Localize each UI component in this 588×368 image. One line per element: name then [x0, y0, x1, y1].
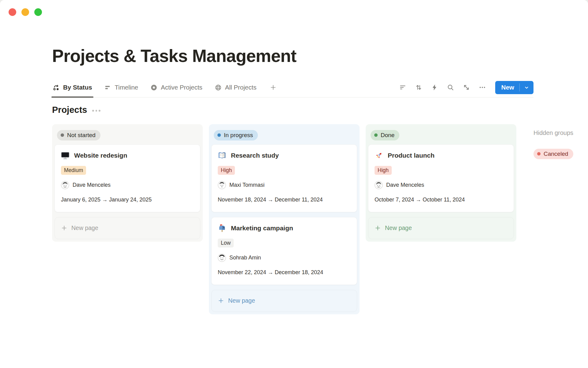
- tab-label: Timeline: [115, 84, 138, 91]
- new-button[interactable]: New: [495, 81, 533, 94]
- status-label: Canceled: [544, 151, 568, 157]
- new-page-label: New page: [385, 224, 412, 232]
- filter-button[interactable]: [397, 82, 409, 93]
- date-range: November 22, 2024 → December 18, 2024: [218, 268, 346, 277]
- status-pill-not-started[interactable]: Not started: [57, 130, 100, 140]
- chevron-down-icon: [524, 85, 530, 90]
- page-title: Projects & Tasks Management: [52, 46, 533, 66]
- timeline-bars-icon: [104, 84, 111, 91]
- add-view-button[interactable]: [268, 82, 278, 93]
- expand-icon: [463, 84, 470, 91]
- column-header: In progress: [211, 127, 357, 144]
- date-range: October 7, 2024 → October 11, 2024: [375, 196, 503, 204]
- kanban-board: Not started Website red: [52, 124, 533, 314]
- project-card-marketing-campaign[interactable]: Marketing campaign Low: [211, 217, 357, 285]
- status-dot: [374, 133, 378, 137]
- mailbox-emoji: [218, 224, 226, 232]
- tab-label: Active Projects: [161, 84, 202, 91]
- close-window-button[interactable]: [9, 8, 16, 16]
- status-flow-icon: [53, 84, 60, 91]
- new-page-label: New page: [228, 297, 255, 304]
- status-pill-done[interactable]: Done: [371, 130, 399, 140]
- desktop-computer-emoji: [61, 151, 70, 160]
- star-circle-icon: [150, 84, 157, 91]
- status-dot: [217, 133, 221, 137]
- bolt-icon: [431, 84, 438, 91]
- project-card-research-study[interactable]: Research study High: [211, 144, 357, 212]
- tab-timeline[interactable]: Timeline: [104, 78, 139, 97]
- card-title: Website redesign: [74, 152, 127, 159]
- tab-label: By Status: [63, 84, 92, 91]
- project-card-website-redesign[interactable]: Website redesign Medium: [55, 144, 200, 212]
- tab-active-projects[interactable]: Active Projects: [150, 78, 203, 97]
- column-header: Done: [368, 127, 514, 144]
- column-in-progress: In progress: [209, 124, 360, 314]
- project-card-product-launch[interactable]: Product launch High: [368, 144, 514, 212]
- app-window: Projects & Tasks Management By Status Ti…: [0, 0, 588, 368]
- new-page-button[interactable]: New page: [211, 290, 357, 312]
- card-title: Product launch: [388, 152, 435, 159]
- assignee-name: Maxi Tommasi: [229, 182, 265, 188]
- avatar: [218, 254, 226, 262]
- search-icon: [447, 84, 454, 91]
- avatar: [61, 181, 69, 189]
- sort-button[interactable]: [413, 82, 424, 93]
- plus-icon: [61, 225, 67, 231]
- minimize-window-button[interactable]: [21, 8, 29, 16]
- new-page-label: New page: [71, 224, 98, 232]
- priority-badge-medium: Medium: [61, 166, 86, 175]
- status-label: In progress: [224, 132, 253, 139]
- rocket-emoji: [375, 151, 383, 160]
- status-dot: [537, 152, 541, 155]
- tab-by-status[interactable]: By Status: [52, 78, 93, 97]
- filter-icon: [399, 84, 406, 91]
- priority-badge-low: Low: [218, 239, 234, 247]
- column-header: Not started: [55, 127, 200, 144]
- card-title: Marketing campaign: [231, 224, 293, 232]
- column-done: Done: [366, 124, 516, 242]
- status-pill-canceled[interactable]: Canceled: [533, 149, 573, 159]
- avatar: [375, 181, 383, 189]
- new-page-button[interactable]: New page: [55, 217, 200, 239]
- status-label: Not started: [67, 132, 96, 139]
- section-more-icon[interactable]: [92, 108, 100, 112]
- more-options-button[interactable]: [477, 82, 488, 93]
- section-header: Projects: [52, 105, 533, 115]
- expand-button[interactable]: [461, 82, 472, 93]
- tab-label: All Projects: [225, 84, 257, 91]
- section-title: Projects: [52, 105, 87, 115]
- tab-all-projects[interactable]: All Projects: [214, 78, 257, 97]
- hidden-groups-panel: Hidden groups Canceled: [533, 124, 588, 159]
- automations-button[interactable]: [429, 82, 440, 93]
- globe-icon: [215, 84, 222, 91]
- view-actions: New: [397, 81, 533, 94]
- priority-badge-high: High: [375, 166, 392, 175]
- sort-icon: [415, 84, 422, 91]
- card-title: Research study: [231, 152, 279, 159]
- date-range: January 6, 2025 → January 24, 2025: [61, 196, 190, 204]
- window-controls: [9, 8, 42, 16]
- open-book-emoji: [218, 151, 226, 160]
- new-page-button[interactable]: New page: [368, 217, 514, 239]
- more-icon: [479, 84, 486, 91]
- hidden-groups-label: Hidden groups: [533, 129, 588, 136]
- assignee-name: Dave Menceles: [73, 182, 111, 188]
- zoom-window-button[interactable]: [34, 8, 42, 16]
- new-button-dropdown[interactable]: [520, 85, 533, 90]
- column-not-started: Not started Website red: [52, 124, 203, 242]
- status-pill-in-progress[interactable]: In progress: [214, 130, 258, 140]
- date-range: November 18, 2024 → December 11, 2024: [218, 196, 346, 204]
- priority-badge-high: High: [218, 166, 235, 175]
- plus-icon: [270, 84, 277, 91]
- assignee-name: Dave Menceles: [386, 182, 424, 188]
- search-button[interactable]: [445, 82, 456, 93]
- plus-icon: [375, 225, 381, 231]
- plus-icon: [218, 297, 224, 304]
- new-button-label[interactable]: New: [495, 84, 519, 91]
- assignee-name: Sohrab Amin: [229, 255, 261, 261]
- view-tab-bar: By Status Timeline Active Projects: [52, 78, 533, 98]
- status-label: Done: [381, 132, 394, 139]
- status-dot: [61, 133, 64, 137]
- avatar: [218, 181, 226, 189]
